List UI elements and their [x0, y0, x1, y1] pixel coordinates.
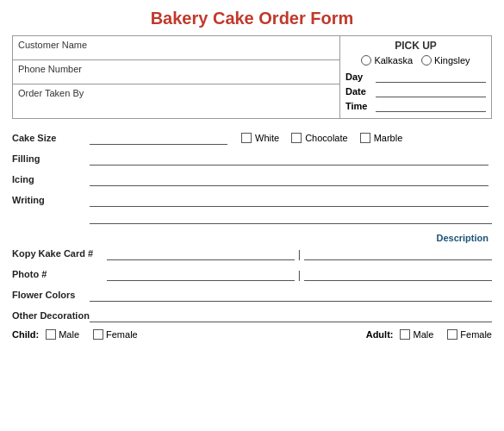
phone-number-label: Phone Number: [18, 64, 82, 74]
marble-checkbox[interactable]: [360, 133, 370, 143]
icing-input[interactable]: [90, 172, 488, 186]
cake-type-options: White Chocolate Marble: [241, 133, 402, 143]
photo-right-input[interactable]: [304, 267, 492, 281]
adult-male-label: Male: [413, 329, 433, 340]
top-left-fields: Customer Name Phone Number Order Taken B…: [13, 36, 340, 118]
chocolate-option[interactable]: Chocolate: [291, 133, 348, 143]
marble-option[interactable]: Marble: [360, 133, 403, 143]
adult-female-option[interactable]: Female: [447, 329, 492, 340]
photo-left-input[interactable]: [107, 267, 295, 281]
chocolate-label: Chocolate: [305, 133, 348, 143]
adult-options: Male Female: [400, 329, 492, 340]
child-male-option[interactable]: Male: [46, 329, 79, 340]
date-label: Date: [345, 86, 376, 97]
chocolate-checkbox[interactable]: [291, 133, 302, 143]
child-female-checkbox[interactable]: [93, 329, 103, 340]
adult-female-checkbox[interactable]: [447, 329, 457, 340]
writing-row: Writing: [12, 193, 492, 207]
pickup-title: PICK UP: [345, 40, 486, 52]
child-label: Child:: [12, 329, 39, 340]
kopy-kake-row: Kopy Kake Card # |: [12, 247, 492, 260]
white-option[interactable]: White: [241, 133, 279, 143]
kalkaska-label: Kalkaska: [374, 55, 413, 66]
time-label: Time: [345, 101, 376, 111]
adult-male-checkbox[interactable]: [400, 329, 410, 340]
writing-second-input[interactable]: [90, 210, 492, 224]
filling-input[interactable]: [90, 152, 488, 166]
writing-label: Writing: [12, 195, 90, 205]
writing-input[interactable]: [90, 193, 488, 207]
child-female-option[interactable]: Female: [93, 329, 138, 340]
cake-size-label: Cake Size: [12, 133, 90, 143]
form-section: Cake Size White Chocolate Marble Filling…: [12, 131, 492, 340]
kingsley-radio-icon: [421, 55, 432, 66]
time-field: Time: [345, 100, 486, 112]
icing-label: Icing: [12, 174, 90, 184]
adult-female-label: Female: [460, 329, 492, 340]
cake-size-input[interactable]: [90, 131, 227, 145]
pickup-section: PICK UP Kalkaska Kingsley Day Date Time: [340, 36, 491, 118]
marble-label: Marble: [374, 133, 403, 143]
child-options: Male Female: [39, 329, 138, 340]
phone-number-row: Phone Number: [13, 60, 339, 84]
description-header: Description: [12, 233, 488, 243]
photo-divider: |: [298, 268, 301, 281]
adult-male-option[interactable]: Male: [400, 329, 433, 340]
date-input-line[interactable]: [376, 85, 486, 97]
flower-colors-label: Flower Colors: [12, 290, 90, 300]
top-section: Customer Name Phone Number Order Taken B…: [12, 35, 492, 119]
kingsley-label: Kingsley: [434, 55, 470, 66]
date-field: Date: [345, 85, 486, 97]
adult-label: Adult:: [366, 329, 394, 340]
kopy-kake-divider: |: [298, 247, 301, 260]
time-input-line[interactable]: [376, 100, 486, 112]
child-male-checkbox[interactable]: [46, 329, 56, 340]
child-adult-row: Child: Male Female Adult: Male Female: [12, 329, 492, 340]
child-female-label: Female: [106, 329, 138, 340]
child-male-label: Male: [59, 329, 79, 340]
photo-label: Photo #: [12, 269, 107, 279]
customer-name-label: Customer Name: [18, 40, 87, 50]
filling-label: Filling: [12, 153, 90, 164]
photo-row: Photo # |: [12, 267, 492, 281]
kopy-kake-right-input[interactable]: [304, 247, 492, 260]
cake-size-row: Cake Size White Chocolate Marble: [12, 131, 492, 145]
kalkaska-radio[interactable]: Kalkaska: [361, 55, 413, 66]
day-field: Day: [345, 71, 486, 83]
day-input-line[interactable]: [376, 71, 486, 83]
other-decoration-input[interactable]: [90, 309, 492, 322]
order-taken-label: Order Taken By: [18, 88, 84, 98]
filling-row: Filling: [12, 152, 492, 166]
kopy-kake-left-input[interactable]: [107, 247, 295, 260]
page-title: Bakery Cake Order Form: [12, 9, 492, 28]
white-label: White: [255, 133, 279, 143]
order-taken-row: Order Taken By: [13, 84, 339, 109]
icing-row: Icing: [12, 172, 492, 186]
other-decoration-row: Other Decoration: [12, 309, 492, 322]
kingsley-radio[interactable]: Kingsley: [421, 55, 470, 66]
kopy-kake-label: Kopy Kake Card #: [12, 248, 107, 259]
other-decoration-label: Other Decoration: [12, 310, 90, 321]
white-checkbox[interactable]: [241, 133, 252, 143]
flower-colors-row: Flower Colors: [12, 288, 492, 302]
kalkaska-radio-icon: [361, 55, 371, 66]
pickup-radios: Kalkaska Kingsley: [345, 55, 486, 66]
flower-colors-input[interactable]: [90, 288, 492, 302]
day-label: Day: [345, 72, 376, 82]
customer-name-row: Customer Name: [13, 36, 339, 60]
